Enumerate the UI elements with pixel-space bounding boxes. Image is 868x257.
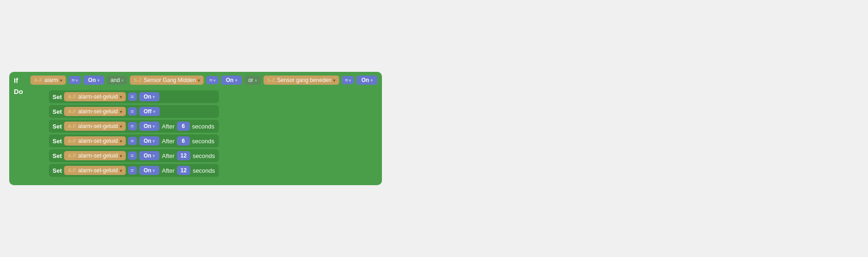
do-prefix-2: A-F [68, 123, 76, 129]
if-row: If A-F alarm ▾ = ▾ On ▾ and ▾ S-Z Sensor… [14, 76, 377, 85]
do-varname-0: alarm-set-geluid [78, 93, 118, 100]
condition3-prefix: S-Z [267, 77, 276, 83]
do-prefix-3: A-F [68, 138, 76, 144]
condition3-op[interactable]: = ▾ [342, 76, 354, 84]
do-row-4: Set A-F alarm-set-geluid ▾ = On ▾ After … [49, 149, 219, 162]
do-val-3[interactable]: On ▾ [139, 136, 160, 146]
condition2-op-label: = [209, 77, 212, 83]
do-val-4[interactable]: On ▾ [139, 151, 160, 160]
do-num-3[interactable]: 6 [177, 136, 190, 146]
do-row-2: Set A-F alarm-set-geluid ▾ = On ▾ After … [49, 120, 219, 133]
do-op-0[interactable]: = [128, 93, 137, 101]
do-prefix-5: A-F [68, 168, 76, 173]
condition3-varname: Sensor gang beneden [277, 77, 331, 83]
condition2-val[interactable]: On ▾ [221, 76, 242, 85]
do-num-2[interactable]: 6 [177, 122, 190, 131]
do-row-5: Set A-F alarm-set-geluid ▾ = On ▾ After … [49, 164, 219, 177]
do-val-2[interactable]: On ▾ [139, 122, 160, 131]
condition1-val-arrow: ▾ [97, 78, 100, 83]
condition1-arrow: ▾ [60, 78, 62, 83]
condition2-var[interactable]: S-Z Sensor Gang Midden ▾ [130, 76, 204, 85]
do-varname-2: alarm-set-geluid [78, 123, 118, 129]
set-label-5: Set [53, 167, 62, 174]
set-label-4: Set [53, 152, 62, 159]
condition3-var[interactable]: S-Z Sensor gang beneden ▾ [264, 76, 340, 85]
do-var-4[interactable]: A-F alarm-set-geluid ▾ [64, 151, 125, 160]
do-op-2[interactable]: = [128, 122, 137, 130]
do-var-0[interactable]: A-F alarm-set-geluid ▾ [64, 92, 125, 101]
connector2-label: or [248, 77, 253, 83]
after-label-3: After [162, 138, 174, 145]
do-row-3: Set A-F alarm-set-geluid ▾ = On ▾ After … [49, 134, 219, 147]
condition1-val-label: On [88, 77, 96, 83]
do-val-1[interactable]: Off ▾ [139, 107, 160, 116]
do-varname-3: alarm-set-geluid [78, 138, 118, 144]
condition3-op-arrow: ▾ [349, 78, 351, 83]
condition2-varname: Sensor Gang Midden [144, 77, 196, 83]
condition1-op[interactable]: = ▾ [69, 76, 81, 84]
condition1-op-label: = [71, 77, 75, 83]
seconds-label-4: seconds [193, 152, 215, 159]
condition3-val[interactable]: On ▾ [357, 76, 377, 85]
do-val-5[interactable]: On ▾ [139, 166, 160, 175]
condition3-val-arrow: ▾ [370, 78, 373, 83]
do-prefix-0: A-F [68, 94, 76, 99]
condition3-op-label: = [345, 77, 348, 83]
do-prefix-1: A-F [68, 109, 76, 114]
condition1-varname: alarm [44, 77, 58, 83]
connector2-arrow: ▾ [255, 78, 257, 83]
do-num-5[interactable]: 12 [177, 166, 190, 175]
do-label-row: Do Set A-F alarm-set-geluid ▾ = On ▾ [14, 88, 377, 180]
do-op-1[interactable]: = [128, 107, 137, 116]
do-var-1[interactable]: A-F alarm-set-geluid ▾ [64, 107, 125, 116]
condition2-val-label: On [226, 77, 234, 83]
seconds-label-3: seconds [192, 138, 214, 145]
connector1-label: and [111, 77, 120, 83]
do-varname-1: alarm-set-geluid [78, 108, 118, 115]
seconds-label-2: seconds [192, 123, 214, 130]
do-num-4[interactable]: 12 [177, 151, 190, 160]
condition2-op-arrow: ▾ [213, 78, 216, 83]
condition2-val-arrow: ▾ [235, 78, 237, 83]
condition2-prefix: S-Z [134, 77, 142, 83]
do-label: Do [14, 88, 28, 95]
connector2-pill[interactable]: or ▾ [245, 76, 261, 85]
after-label-5: After [162, 167, 174, 174]
set-label-2: Set [53, 123, 62, 130]
set-label-1: Set [53, 108, 62, 115]
do-varname-4: alarm-set-geluid [78, 152, 118, 159]
do-op-4[interactable]: = [128, 152, 137, 160]
do-prefix-4: A-F [68, 153, 76, 158]
do-varname-5: alarm-set-geluid [78, 167, 118, 174]
do-op-5[interactable]: = [128, 166, 137, 175]
set-label-0: Set [53, 93, 62, 100]
connector1-arrow: ▾ [121, 78, 123, 83]
condition3-val-label: On [361, 77, 369, 83]
do-row-1: Set A-F alarm-set-geluid ▾ = Off ▾ [49, 105, 219, 118]
do-section: Set A-F alarm-set-geluid ▾ = On ▾ Set [45, 88, 223, 180]
condition1-op-arrow: ▾ [76, 78, 78, 83]
condition2-op[interactable]: = ▾ [206, 76, 218, 84]
seconds-label-5: seconds [193, 167, 215, 174]
condition1-val[interactable]: On ▾ [83, 76, 104, 85]
do-var-5[interactable]: A-F alarm-set-geluid ▾ [64, 166, 125, 175]
condition1-var[interactable]: A-F alarm ▾ [30, 76, 66, 85]
set-label-3: Set [53, 138, 62, 145]
condition1-prefix: A-F [34, 77, 42, 83]
do-row-0: Set A-F alarm-set-geluid ▾ = On ▾ [49, 90, 219, 103]
after-label-2: After [162, 123, 174, 130]
do-op-3[interactable]: = [128, 137, 137, 145]
if-do-block: If A-F alarm ▾ = ▾ On ▾ and ▾ S-Z Sensor… [9, 72, 382, 185]
condition2-arrow: ▾ [198, 78, 200, 83]
connector1-pill[interactable]: and ▾ [107, 76, 127, 85]
do-var-2[interactable]: A-F alarm-set-geluid ▾ [64, 122, 125, 131]
do-var-3[interactable]: A-F alarm-set-geluid ▾ [64, 136, 125, 146]
condition3-arrow: ▾ [333, 78, 335, 83]
do-val-0[interactable]: On ▾ [139, 92, 160, 101]
if-label: If [14, 76, 28, 84]
after-label-4: After [162, 152, 174, 159]
